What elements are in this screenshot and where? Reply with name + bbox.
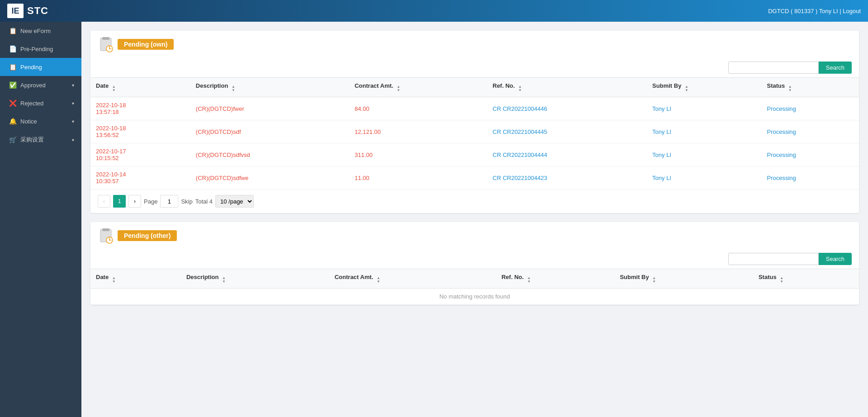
col-status[interactable]: Status ▲▼ [761,78,859,97]
sort-arrows-ref-other: ▲▼ [527,276,531,284]
submit-by-link[interactable]: Tony LI [652,175,671,181]
cell-date: 2022-10-1410:30:57 [90,166,190,190]
col-contract-amt[interactable]: Contract Amt. ▲▼ [349,78,487,97]
pending-own-search-input[interactable] [728,62,819,74]
pending-own-search-bar: Search [90,58,859,77]
cell-description: (CR)(DGTCD)sdfwe [190,166,349,190]
pending-other-section: Pending (other) Search Date ▲▼ Descripti… [90,222,859,305]
sidebar-item-notice[interactable]: 🔔 Notice ▾ [0,112,81,130]
col-ref-no-other[interactable]: Ref. No. ▲▼ [496,269,615,289]
main-content: Pending (own) Search Date ▲▼ Description… [81,22,868,417]
sort-arrows-status-other: ▲▼ [780,276,783,284]
status-badge[interactable]: Processing [767,128,796,135]
sidebar-item-approved[interactable]: ✅ Approved ▾ [0,76,81,94]
logo-area: IE STC [7,4,48,18]
ref-no-link[interactable]: CR CR20221004423 [493,175,547,181]
cell-ref-no[interactable]: CR CR20221004423 [487,166,647,190]
cell-description: (CR)(DGTCD)sdfvsd [190,143,349,166]
sort-arrows-desc: ▲▼ [232,85,235,92]
chevron-down-icon: ▾ [72,137,74,142]
clipboard-clock-icon [98,36,114,52]
page-info: Page Skip Total 4 10 /page 20 /page 50 /… [144,195,254,208]
cell-submit-by: Tony LI [647,120,761,143]
col-status-other[interactable]: Status ▲▼ [753,269,859,289]
col-description[interactable]: Description ▲▼ [190,78,349,97]
status-badge[interactable]: Processing [767,152,796,158]
rejected-icon: ❌ [9,100,17,107]
sidebar-item-label: Rejected [20,100,43,107]
table-row: 2022-10-1710:15:52 (CR)(DGTCD)sdfvsd 311… [90,143,859,166]
cell-ref-no[interactable]: CR CR20221004446 [487,97,647,120]
sort-arrows-desc-other: ▲▼ [222,276,226,284]
ref-no-link[interactable]: CR CR20221004445 [493,128,547,135]
sort-arrows-status: ▲▼ [788,85,792,92]
logout-link[interactable]: Logout [843,8,861,14]
sidebar-item-label: New eForm [20,28,51,34]
purchase-settings-icon: 🛒 [9,136,17,143]
sort-arrows-submit-other: ▲▼ [652,276,656,284]
col-submit-by-other[interactable]: Submit By ▲▼ [614,269,753,289]
col-description-other[interactable]: Description ▲▼ [181,269,329,289]
table-row: 2022-10-1813:56:52 (CR)(DGTCD)sdf 12,121… [90,120,859,143]
submit-by-link[interactable]: Tony LI [652,152,671,158]
per-page-select[interactable]: 10 /page 20 /page 50 /page [215,195,254,208]
sidebar-item-pending[interactable]: 📋 Pending [0,58,81,76]
status-badge[interactable]: Processing [767,105,796,112]
cell-status[interactable]: Processing [761,143,859,166]
cell-date: 2022-10-1813:56:52 [90,120,190,143]
next-page-button[interactable]: › [128,195,141,208]
cell-submit-by: Tony LI [647,166,761,190]
new-eform-icon: 📋 [9,27,17,34]
sidebar: 📋 New eForm 📄 Pre-Pending 📋 Pending ✅ Ap… [0,22,81,417]
col-date[interactable]: Date ▲▼ [90,78,190,97]
pending-own-section: Pending (own) Search Date ▲▼ Description… [90,31,859,213]
cell-status[interactable]: Processing [761,120,859,143]
pending-other-search-bar: Search [90,249,859,269]
page-1-button[interactable]: 1 [113,195,126,208]
logo-text: STC [27,5,48,17]
sidebar-item-pre-pending[interactable]: 📄 Pre-Pending [0,40,81,58]
pending-other-table: Date ▲▼ Description ▲▼ Contract Amt. ▲▼ … [90,269,859,305]
cell-date: 2022-10-1710:15:52 [90,143,190,166]
pending-own-table: Date ▲▼ Description ▲▼ Contract Amt. ▲▼ … [90,77,859,190]
skip-label: Skip [181,198,192,205]
pending-own-search-button[interactable]: Search [819,62,852,74]
pending-other-search-input[interactable] [728,253,819,265]
col-ref-no[interactable]: Ref. No. ▲▼ [487,78,647,97]
sidebar-item-rejected[interactable]: ❌ Rejected ▾ [0,94,81,112]
header-user-info: DGTCD ( 801337 ) Tony LI | Logout [768,8,861,14]
prev-page-button[interactable]: ‹ [98,195,110,208]
cell-contract-amt: 11.00 [349,166,487,190]
ref-no-link[interactable]: CR CR20221004446 [493,105,547,112]
col-contract-amt-other[interactable]: Contract Amt. ▲▼ [329,269,496,289]
sort-arrows-date-other: ▲▼ [112,276,116,284]
pending-icon: 📋 [9,63,17,71]
logo-icon: IE [7,4,24,18]
col-date-other[interactable]: Date ▲▼ [90,269,181,289]
chevron-down-icon: ▾ [72,101,74,106]
cell-submit-by: Tony LI [647,97,761,120]
status-badge[interactable]: Processing [767,175,796,181]
sort-arrows-date: ▲▼ [112,85,116,92]
approved-icon: ✅ [9,81,17,89]
page-skip-input[interactable] [160,195,178,208]
chevron-down-icon: ▾ [72,119,74,124]
cell-description: (CR)(DGTCD)sdf [190,120,349,143]
cell-ref-no[interactable]: CR CR20221004444 [487,143,647,166]
cell-status[interactable]: Processing [761,97,859,120]
cell-ref-no[interactable]: CR CR20221004445 [487,120,647,143]
table-row: 2022-10-1410:30:57 (CR)(DGTCD)sdfwe 11.0… [90,166,859,190]
sidebar-item-new-eform[interactable]: 📋 New eForm [0,22,81,40]
col-submit-by[interactable]: Submit By ▲▼ [647,78,761,97]
cell-status[interactable]: Processing [761,166,859,190]
pending-own-pagination: ‹ 1 › Page Skip Total 4 10 /page 20 /pag… [90,190,859,213]
user-label: DGTCD ( 801337 ) Tony LI [768,8,838,14]
pending-other-search-button[interactable]: Search [819,253,852,265]
table-row: 2022-10-1813:57:18 (CR)(DGTCD)fwer 84.00… [90,97,859,120]
sidebar-item-purchase-settings[interactable]: 🛒 采购设置 ▾ [0,130,81,149]
submit-by-link[interactable]: Tony LI [652,105,671,112]
ref-no-link[interactable]: CR CR20221004444 [493,152,547,158]
submit-by-link[interactable]: Tony LI [652,128,671,135]
cell-contract-amt: 311.00 [349,143,487,166]
page-label: Page [144,198,157,205]
